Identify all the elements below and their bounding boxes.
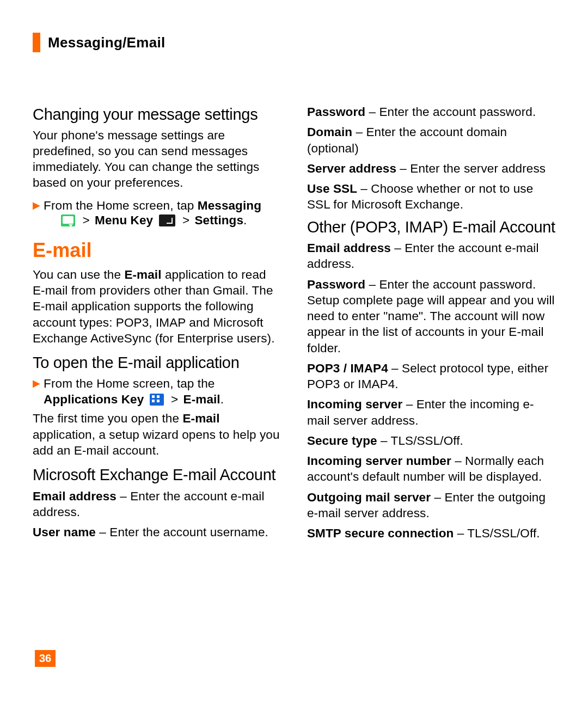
- def-label: Outgoing mail server: [307, 491, 431, 504]
- def-domain: Domain – Enter the account domain (optio…: [307, 124, 555, 156]
- manual-page: Messaging/Email Changing your message se…: [0, 0, 588, 705]
- applications-key-icon: [150, 394, 164, 406]
- step-body: From the Home screen, tap Messaging > Me…: [44, 198, 281, 229]
- bullet-arrow-icon: ▶: [33, 198, 40, 213]
- page-header: Messaging/Email: [33, 33, 555, 52]
- text: The first time you open the: [33, 412, 182, 425]
- def-server-address: Server address – Enter the server addres…: [307, 161, 555, 176]
- def-label: Incoming server: [307, 397, 402, 411]
- period: .: [220, 393, 224, 406]
- def-label: Email address: [307, 241, 391, 255]
- def-pop-imap: POP3 / IMAP4 – Select protocol type, eit…: [307, 360, 555, 393]
- label-email-app: E-mail: [124, 268, 161, 281]
- def-label: Password: [307, 278, 365, 291]
- def-label: SMTP secure connection: [307, 526, 454, 540]
- def-label: Password: [307, 105, 365, 119]
- step-text: From the Home screen, tap: [44, 199, 198, 212]
- menu-key-icon: [159, 214, 175, 226]
- heading-changing-settings: Changing your message settings: [33, 105, 281, 125]
- right-column: Password – Enter the account password. D…: [307, 101, 555, 545]
- def-incoming-server-number: Incoming server number – Normally each a…: [307, 453, 555, 485]
- section-title: Messaging/Email: [48, 34, 165, 51]
- def-label: Server address: [307, 162, 396, 175]
- text: application, a setup wizard opens to hel…: [33, 428, 280, 457]
- step-text: From the Home screen, tap the: [44, 377, 215, 390]
- label-email: E-mail: [183, 393, 220, 406]
- gt-symbol: >: [171, 393, 178, 406]
- period: .: [243, 213, 247, 227]
- def-label: Incoming server number: [307, 454, 451, 468]
- content-columns: Changing your message settings Your phon…: [33, 101, 555, 545]
- def-use-ssl: Use SSL – Choose whether or not to use S…: [307, 181, 555, 213]
- page-number: 36: [35, 650, 56, 667]
- def-label: Domain: [307, 125, 352, 139]
- messaging-app-icon: [61, 214, 75, 226]
- def-outgoing-server: Outgoing mail server – Enter the outgoin…: [307, 489, 555, 522]
- label-messaging: Messaging: [198, 199, 261, 212]
- para-changing-settings: Your phone's message settings are predef…: [33, 127, 281, 191]
- step-messaging-settings: ▶ From the Home screen, tap Messaging > …: [33, 198, 281, 229]
- gt-symbol: >: [82, 213, 89, 227]
- def-text: – Enter the account password.: [365, 105, 536, 119]
- def-label: Email address: [33, 489, 117, 503]
- label-applications-key: Applications Key: [44, 393, 144, 406]
- bullet-arrow-icon: ▶: [33, 376, 40, 391]
- def-text: – TLS/SSL/Off.: [454, 526, 540, 540]
- def-secure-type: Secure type – TLS/SSL/Off.: [307, 433, 555, 449]
- heading-open-email: To open the E-mail application: [33, 353, 281, 373]
- label-email-app: E-mail: [182, 412, 219, 425]
- def-email-address-2: Email address – Enter the account e-mail…: [307, 240, 555, 272]
- heading-other-account: Other (POP3, IMAP) E-mail Account: [307, 217, 555, 238]
- gt-symbol: >: [182, 213, 189, 227]
- def-password: Password – Enter the account password.: [307, 104, 555, 120]
- left-column: Changing your message settings Your phon…: [33, 101, 281, 545]
- def-text: – Enter the server address: [396, 162, 546, 175]
- def-label: Secure type: [307, 434, 377, 447]
- label-settings: Settings: [194, 213, 243, 227]
- def-label: Use SSL: [307, 182, 357, 195]
- def-password-2: Password – Enter the account password. S…: [307, 277, 555, 356]
- def-text: – Enter the account username.: [96, 525, 268, 539]
- para-email-intro: You can use the E-mail application to re…: [33, 267, 281, 346]
- def-smtp-secure: SMTP secure connection – TLS/SSL/Off.: [307, 525, 555, 541]
- def-label: User name: [33, 525, 96, 539]
- def-email-address: Email address – Enter the account e-mail…: [33, 488, 281, 520]
- def-user-name: User name – Enter the account username.: [33, 524, 281, 540]
- step-indent: > Menu Key > Settings.: [44, 212, 281, 228]
- text: You can use the: [33, 268, 124, 281]
- step-open-email: ▶ From the Home screen, tap the Applicat…: [33, 376, 281, 408]
- para-first-time: The first time you open the E-mail appli…: [33, 410, 281, 458]
- heading-ms-exchange: Microsoft Exchange E-mail Account: [33, 465, 281, 486]
- def-text: – TLS/SSL/Off.: [377, 434, 463, 447]
- step-body: From the Home screen, tap the Applicatio…: [44, 376, 281, 408]
- heading-email: E-mail: [33, 238, 281, 263]
- header-accent-mark: [33, 33, 40, 52]
- label-menu-key: Menu Key: [95, 213, 153, 227]
- def-incoming-server: Incoming server – Enter the incoming e-m…: [307, 396, 555, 428]
- def-label: POP3 / IMAP4: [307, 361, 388, 375]
